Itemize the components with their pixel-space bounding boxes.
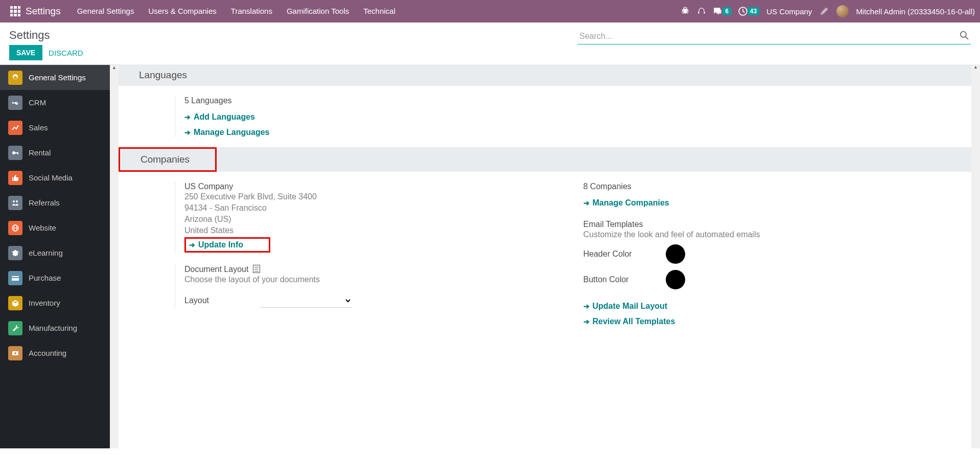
- svg-rect-6: [17, 152, 18, 154]
- key-icon: [8, 146, 22, 160]
- nav-title[interactable]: Settings: [26, 6, 61, 17]
- svg-line-3: [966, 37, 968, 39]
- sidebar-item-label: General Settings: [29, 73, 86, 82]
- layout-label: Layout: [184, 296, 209, 305]
- money-icon: [8, 346, 22, 360]
- sidebar-item-sales[interactable]: Sales: [0, 115, 110, 140]
- svg-rect-13: [12, 277, 19, 278]
- control-panel: Settings SAVE DISCARD: [0, 22, 980, 64]
- avatar[interactable]: [836, 5, 849, 17]
- svg-rect-12: [12, 276, 19, 281]
- globe-icon: [8, 221, 22, 235]
- sidebar-item-label: eLearning: [29, 248, 63, 257]
- chart-icon: [8, 121, 22, 135]
- sidebar-item-general[interactable]: General Settings: [0, 65, 110, 90]
- support-icon[interactable]: [697, 7, 706, 16]
- sidebar-item-inventory[interactable]: Inventory: [0, 290, 110, 315]
- languages-count: 5 Languages: [184, 96, 951, 105]
- manage-languages-link[interactable]: ➔Manage Languages: [184, 128, 269, 137]
- company-addr1: 250 Executive Park Blvd, Suite 3400: [184, 192, 543, 201]
- sidebar-item-social[interactable]: Social Media: [0, 165, 110, 190]
- nav-menu-technical[interactable]: Technical: [356, 0, 403, 22]
- tools-icon[interactable]: [819, 6, 829, 16]
- update-info-link[interactable]: ➔Update Info: [189, 240, 243, 249]
- user-menu[interactable]: Mitchell Admin (20333450-16-0-all): [856, 7, 975, 16]
- content-scrollbar[interactable]: ▲: [971, 64, 980, 448]
- box-icon: [8, 296, 22, 310]
- messages-badge: 6: [722, 7, 731, 15]
- manage-companies-link[interactable]: ➔Manage Companies: [584, 198, 669, 208]
- companies-count: 8 Companies: [584, 182, 951, 191]
- doc-layout-title: Document Layout: [184, 265, 543, 274]
- layout-select[interactable]: [260, 293, 352, 308]
- document-icon: [253, 265, 260, 273]
- activities-icon[interactable]: 43: [738, 7, 759, 16]
- button-color-swatch[interactable]: [666, 270, 685, 289]
- top-nav: Settings General Settings Users & Compan…: [0, 0, 980, 22]
- arrow-right-icon: ➔: [189, 241, 195, 249]
- company-addr4: United States: [184, 226, 543, 235]
- sidebar-item-purchase[interactable]: Purchase: [0, 265, 110, 290]
- search-input[interactable]: [577, 29, 971, 44]
- sidebar-item-website[interactable]: Website: [0, 215, 110, 240]
- wrench-icon: [8, 321, 22, 335]
- section-header-companies: Companies: [119, 147, 217, 172]
- svg-point-7: [13, 200, 15, 202]
- arrow-right-icon: ➔: [584, 302, 590, 310]
- nav-menu-general[interactable]: General Settings: [70, 0, 142, 22]
- header-color-swatch[interactable]: [666, 244, 685, 264]
- arrow-right-icon: ➔: [184, 113, 191, 121]
- company-name: US Company: [184, 182, 543, 191]
- sidebar-item-rental[interactable]: Rental: [0, 140, 110, 165]
- section-header-languages: Languages: [119, 64, 971, 86]
- nav-menu-translations[interactable]: Translations: [224, 0, 279, 22]
- svg-point-2: [961, 32, 966, 37]
- sidebar-item-label: Accounting: [29, 349, 66, 357]
- sidebar-item-label: Social Media: [29, 173, 73, 182]
- arrow-right-icon: ➔: [584, 317, 590, 326]
- handshake-icon: [8, 96, 22, 110]
- sidebar-item-label: Sales: [29, 123, 48, 132]
- main-area: General Settings CRM Sales Rental Social…: [0, 64, 980, 448]
- company-addr2: 94134 - San Francisco: [184, 203, 543, 213]
- company-switcher[interactable]: US Company: [766, 7, 812, 16]
- save-button[interactable]: SAVE: [9, 45, 42, 60]
- add-languages-link[interactable]: ➔Add Languages: [184, 112, 255, 122]
- thumbs-up-icon: [8, 171, 22, 185]
- sidebar-item-label: CRM: [29, 98, 46, 107]
- messages-icon[interactable]: 6: [713, 7, 731, 16]
- page-title: Settings: [9, 29, 83, 42]
- sidebar: General Settings CRM Sales Rental Social…: [0, 65, 110, 448]
- email-templates-desc: Customize the look and feel of automated…: [584, 230, 951, 239]
- review-templates-link[interactable]: ➔Review All Templates: [584, 317, 675, 326]
- arrow-right-icon: ➔: [184, 128, 191, 136]
- discard-button[interactable]: DISCARD: [49, 49, 83, 57]
- svg-point-0: [684, 9, 687, 14]
- sidebar-item-label: Website: [29, 223, 56, 232]
- sidebar-item-label: Manufacturing: [29, 324, 77, 332]
- bug-icon[interactable]: [681, 7, 690, 16]
- apps-icon[interactable]: [10, 6, 20, 16]
- nav-menu-users[interactable]: Users & Companies: [141, 0, 223, 22]
- sidebar-item-label: Referrals: [29, 198, 60, 207]
- email-templates-title: Email Templates: [584, 220, 951, 229]
- search-icon[interactable]: [960, 31, 969, 42]
- gear-icon: [8, 71, 22, 85]
- update-mail-layout-link[interactable]: ➔Update Mail Layout: [584, 302, 668, 311]
- sidebar-item-accounting[interactable]: Accounting: [0, 340, 110, 366]
- sidebar-item-elearning[interactable]: eLearning: [0, 240, 110, 265]
- nav-menu-gamification[interactable]: Gamification Tools: [279, 0, 356, 22]
- sidebar-scrollbar[interactable]: ▲: [110, 65, 119, 448]
- button-color-label: Button Color: [584, 275, 658, 284]
- activities-badge: 43: [748, 7, 759, 15]
- sidebar-item-manufacturing[interactable]: Manufacturing: [0, 315, 110, 340]
- card-icon: [8, 271, 22, 285]
- sidebar-item-crm[interactable]: CRM: [0, 90, 110, 115]
- nav-menu: General Settings Users & Companies Trans…: [70, 0, 403, 22]
- sidebar-item-referrals[interactable]: Referrals: [0, 190, 110, 215]
- arrow-right-icon: ➔: [584, 199, 590, 207]
- nav-right: 6 43 US Company Mitchell Admin (20333450…: [681, 5, 975, 17]
- sidebar-item-label: Purchase: [29, 274, 61, 282]
- svg-point-8: [16, 200, 18, 202]
- sidebar-item-label: Inventory: [29, 299, 60, 307]
